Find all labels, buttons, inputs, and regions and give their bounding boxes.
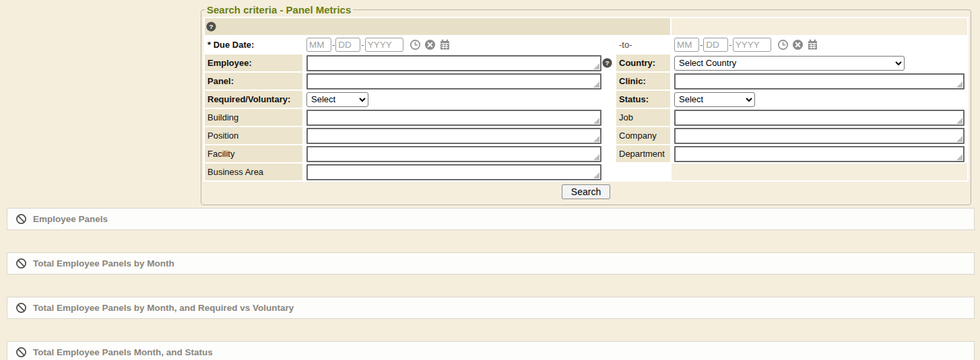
company-input[interactable] xyxy=(674,128,965,144)
employee-help-icon[interactable]: ? xyxy=(602,58,612,68)
date-separator: - xyxy=(700,40,703,50)
clinic-label: Clinic: xyxy=(616,73,670,89)
row-position-company: Position Company xyxy=(205,127,967,144)
empty-cell xyxy=(616,164,670,180)
search-criteria-fieldset: Search criteria - Panel Metrics ? * Due … xyxy=(201,4,971,205)
due-date-from-day-input[interactable] xyxy=(335,38,360,52)
panel-title: Employee Panels xyxy=(33,214,108,224)
row-facility-department: Facility Department xyxy=(205,145,967,162)
country-select[interactable]: Select Country xyxy=(674,56,905,71)
criteria-table: ? * Due Date: - - xyxy=(203,17,969,182)
row-panel-clinic: Panel: Clinic: xyxy=(205,73,967,89)
panel-employee-panels[interactable]: Employee Panels xyxy=(7,208,975,230)
result-panels: Employee Panels Total Employee Panels by… xyxy=(7,208,975,360)
panel-total-by-month[interactable]: Total Employee Panels by Month xyxy=(7,252,975,275)
clock-icon[interactable] xyxy=(777,39,789,50)
clear-icon[interactable] xyxy=(792,39,804,50)
due-date-from-month-input[interactable] xyxy=(306,38,331,52)
due-date-to-year-input[interactable] xyxy=(733,38,771,52)
business-area-input[interactable] xyxy=(306,164,601,180)
band-spacer xyxy=(672,18,967,35)
row-due-date: * Due Date: - - xyxy=(205,36,967,53)
date-separator: - xyxy=(361,40,364,50)
date-separator: - xyxy=(332,40,335,50)
row-building-job: Building Job xyxy=(205,109,967,126)
panel-label: Panel: xyxy=(205,73,302,89)
panel-input[interactable] xyxy=(306,73,601,89)
department-input[interactable] xyxy=(674,146,965,162)
empty-cell xyxy=(672,164,967,180)
job-input[interactable] xyxy=(674,110,965,126)
company-label: Company xyxy=(616,127,670,144)
due-date-to-month-input[interactable] xyxy=(674,38,699,52)
no-entry-icon xyxy=(15,258,27,269)
status-select[interactable]: Select xyxy=(674,92,755,107)
help-band: ? xyxy=(205,18,670,35)
status-label: Status: xyxy=(616,91,670,108)
employee-label: Employee: xyxy=(205,55,302,71)
date-separator: - xyxy=(729,40,731,50)
svg-text:?: ? xyxy=(209,23,213,30)
no-entry-icon xyxy=(15,213,27,225)
search-button[interactable]: Search xyxy=(562,184,610,199)
page-title: Search criteria - Panel Metrics xyxy=(205,4,353,15)
panel-title: Total Employee Panels by Month xyxy=(33,258,174,268)
job-label: Job xyxy=(616,109,670,126)
required-voluntary-label: Required/Voluntary: xyxy=(205,91,302,108)
facility-label: Facility xyxy=(205,145,302,162)
help-band-row: ? xyxy=(205,18,967,35)
building-label: Building xyxy=(205,109,302,126)
business-area-label: Business Area xyxy=(205,164,302,180)
panel-title: Total Employee Panels by Month, and Requ… xyxy=(33,303,294,313)
no-entry-icon xyxy=(15,347,27,358)
calendar-icon[interactable] xyxy=(807,39,818,50)
calendar-icon[interactable] xyxy=(439,39,451,50)
clock-icon[interactable] xyxy=(410,39,421,50)
clinic-input[interactable] xyxy=(674,73,965,89)
department-label: Department xyxy=(616,145,670,162)
country-label: Country: xyxy=(616,55,670,71)
position-input[interactable] xyxy=(306,128,601,144)
building-input[interactable] xyxy=(306,110,601,126)
required-voluntary-select[interactable]: Select xyxy=(306,92,368,107)
position-label: Position xyxy=(205,127,302,144)
row-required-status: Required/Voluntary: Select Status: Selec… xyxy=(205,91,967,108)
due-date-from-year-input[interactable] xyxy=(365,38,403,52)
facility-input[interactable] xyxy=(306,146,601,162)
due-date-to-group: - - xyxy=(674,38,965,52)
employee-input[interactable] xyxy=(306,55,601,71)
svg-text:?: ? xyxy=(605,59,609,67)
panel-title: Total Employee Panels Month, and Status xyxy=(33,347,213,357)
no-entry-icon xyxy=(15,302,27,314)
help-icon[interactable]: ? xyxy=(206,22,216,32)
due-date-to-day-input[interactable] xyxy=(703,38,728,52)
clear-icon[interactable] xyxy=(424,39,436,50)
due-date-label: * Due Date: xyxy=(205,36,302,53)
row-employee-country: Employee: ? Country: Select Country xyxy=(205,55,967,71)
search-button-row: Search xyxy=(203,184,969,202)
due-date-from-group: - - xyxy=(306,38,612,52)
panel-total-month-status[interactable]: Total Employee Panels Month, and Status xyxy=(7,341,975,360)
row-business-area: Business Area xyxy=(205,164,967,180)
due-date-to-label: -to- xyxy=(616,36,670,53)
panel-total-by-month-required-vs-voluntary[interactable]: Total Employee Panels by Month, and Requ… xyxy=(7,297,975,319)
